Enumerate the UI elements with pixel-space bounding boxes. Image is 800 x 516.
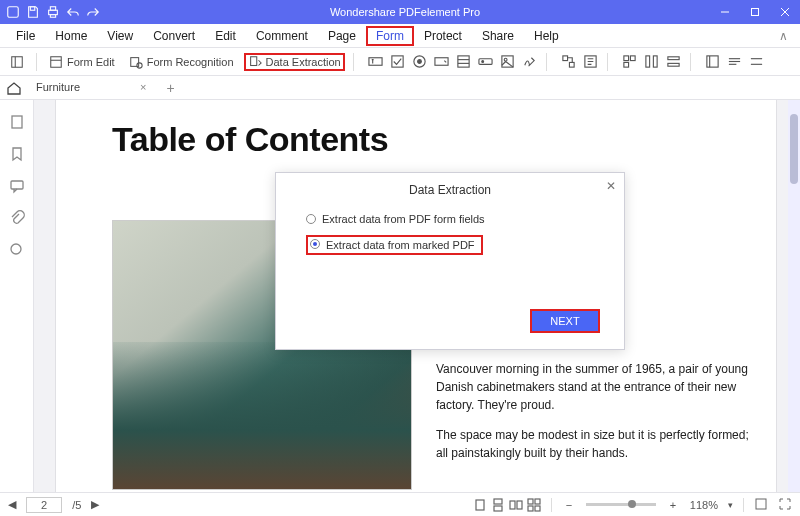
menu-convert[interactable]: Convert (143, 26, 205, 46)
svg-rect-52 (535, 499, 540, 504)
search-panel-icon[interactable] (9, 242, 25, 258)
menu-protect[interactable]: Protect (414, 26, 472, 46)
paragraph: Vancouver morning in the summer of 1965,… (436, 360, 756, 414)
next-page-button[interactable]: ▶ (91, 498, 99, 511)
image-field-icon[interactable] (500, 54, 516, 70)
zoom-slider[interactable] (586, 503, 656, 506)
form-edit-button[interactable]: Form Edit (45, 53, 119, 71)
option-form-fields[interactable]: Extract data from PDF form fields (306, 213, 624, 225)
zoom-out-button[interactable]: − (562, 499, 576, 511)
fit-page-icon[interactable] (754, 497, 768, 513)
svg-rect-18 (435, 58, 448, 66)
menu-share[interactable]: Share (472, 26, 524, 46)
properties-icon[interactable] (666, 54, 682, 70)
menu-help[interactable]: Help (524, 26, 569, 46)
svg-rect-55 (756, 499, 766, 509)
zoom-dropdown-icon[interactable]: ▾ (728, 500, 733, 510)
workspace: Table of Contents Vancouver morning in t… (0, 100, 800, 492)
menu-edit[interactable]: Edit (205, 26, 246, 46)
more-fields-icon[interactable] (705, 54, 721, 70)
continuous-view-icon[interactable] (491, 498, 505, 512)
prev-page-button[interactable]: ◀ (8, 498, 16, 511)
distribute-tool-icon[interactable] (644, 54, 660, 70)
menu-comment[interactable]: Comment (246, 26, 318, 46)
document-tab[interactable]: Furniture × (28, 78, 154, 98)
form-settings-icon[interactable] (749, 54, 765, 70)
status-bar: ◀ 2 /5 ▶ − + 118% ▾ (0, 492, 800, 516)
fullscreen-icon[interactable] (778, 497, 792, 513)
two-page-continuous-icon[interactable] (527, 498, 541, 512)
data-extraction-button[interactable]: Data Extraction (244, 53, 345, 71)
svg-rect-6 (752, 9, 759, 16)
page-number-input[interactable]: 2 (26, 497, 62, 513)
view-mode-icons (473, 498, 541, 512)
vertical-scrollbar[interactable] (788, 100, 800, 492)
bookmarks-icon[interactable] (9, 146, 25, 162)
svg-rect-31 (624, 62, 629, 67)
more-options-icon[interactable] (727, 54, 743, 70)
print-icon[interactable] (46, 5, 60, 19)
single-page-view-icon[interactable] (473, 498, 487, 512)
zoom-in-button[interactable]: + (666, 499, 680, 511)
save-icon[interactable] (26, 5, 40, 19)
comments-icon[interactable] (9, 178, 25, 194)
close-button[interactable] (770, 0, 800, 24)
button-field-icon[interactable] (478, 54, 494, 70)
radio-icon[interactable] (412, 54, 428, 70)
document-body-text: Vancouver morning in the summer of 1965,… (436, 360, 756, 474)
thumbnails-icon[interactable] (9, 114, 25, 130)
signature-field-icon[interactable] (522, 54, 538, 70)
svg-rect-29 (624, 56, 629, 61)
option-label: Extract data from PDF form fields (322, 213, 485, 225)
collapse-ribbon-icon[interactable]: ∧ (773, 29, 794, 43)
close-panel-icon[interactable] (6, 53, 28, 71)
home-icon[interactable] (6, 80, 22, 96)
data-extraction-dialog: Data Extraction ✕ Extract data from PDF … (275, 172, 625, 350)
next-button[interactable]: NEXT (530, 309, 600, 333)
menu-page[interactable]: Page (318, 26, 366, 46)
menu-file[interactable]: File (6, 26, 45, 46)
tab-order-icon[interactable] (561, 54, 577, 70)
form-assist-icon[interactable] (583, 54, 599, 70)
undo-icon[interactable] (66, 5, 80, 19)
text-field-icon[interactable] (368, 54, 384, 70)
dialog-title: Data Extraction (276, 173, 624, 203)
zoom-value[interactable]: 118% (690, 499, 718, 511)
svg-rect-35 (668, 63, 679, 66)
svg-rect-9 (51, 56, 62, 67)
document-heading: Table of Contents (112, 120, 720, 159)
document-tab-bar: Furniture × + (0, 76, 800, 100)
combo-box-icon[interactable] (434, 54, 450, 70)
scrollbar-thumb[interactable] (790, 114, 798, 184)
menu-home[interactable]: Home (45, 26, 97, 46)
align-tool-icon[interactable] (622, 54, 638, 70)
form-recognition-button[interactable]: Form Recognition (125, 53, 238, 71)
checkbox-icon[interactable] (390, 54, 406, 70)
attachments-icon[interactable] (9, 210, 25, 226)
radio-icon[interactable] (310, 239, 320, 249)
menu-view[interactable]: View (97, 26, 143, 46)
separator (36, 53, 37, 71)
left-side-rail (0, 100, 34, 492)
svg-point-25 (504, 58, 507, 61)
svg-point-45 (11, 244, 21, 254)
redo-icon[interactable] (86, 5, 100, 19)
maximize-button[interactable] (740, 0, 770, 24)
option-marked-pdf[interactable]: Extract data from marked PDF (306, 235, 483, 255)
radio-icon[interactable] (306, 214, 316, 224)
list-box-icon[interactable] (456, 54, 472, 70)
dialog-close-button[interactable]: ✕ (606, 179, 616, 193)
two-page-view-icon[interactable] (509, 498, 523, 512)
new-tab-button[interactable]: + (160, 80, 180, 96)
minimize-button[interactable] (710, 0, 740, 24)
tab-close-icon[interactable]: × (140, 81, 146, 93)
data-extraction-label: Data Extraction (266, 56, 341, 68)
form-edit-label: Form Edit (67, 56, 115, 68)
form-field-tools (368, 54, 538, 70)
menu-form[interactable]: Form (366, 26, 414, 46)
document-canvas[interactable]: Table of Contents Vancouver morning in t… (34, 100, 800, 492)
svg-rect-0 (8, 7, 19, 18)
zoom-slider-knob[interactable] (628, 500, 636, 508)
svg-rect-26 (563, 56, 568, 61)
form-more-tools (705, 54, 765, 70)
